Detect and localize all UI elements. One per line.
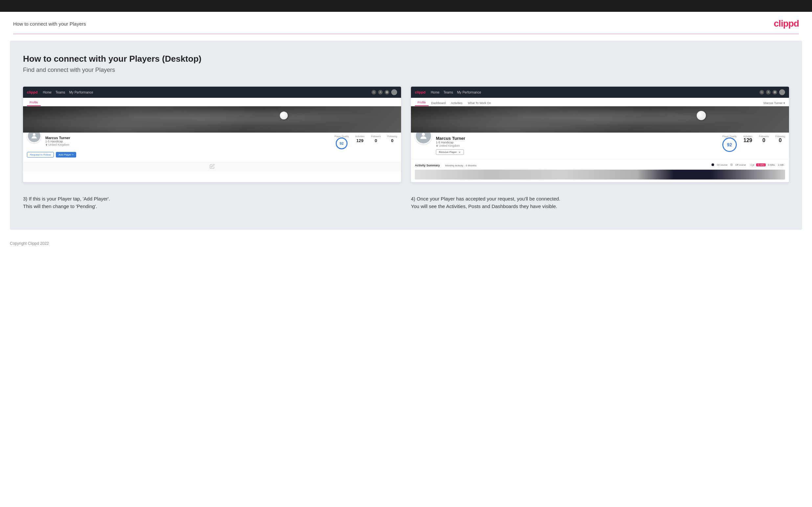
descriptions-row: 3) If this is your Player tap, 'Add Play… bbox=[23, 192, 789, 213]
search-icon-left[interactable] bbox=[371, 90, 376, 95]
content-subtitle: Find and connect with your Players bbox=[23, 67, 789, 73]
remove-x-icon bbox=[458, 151, 461, 154]
app-profile-section-left: Marcus Turner 1-5 Handicap United Kingdo… bbox=[23, 132, 401, 161]
svg-point-0 bbox=[373, 91, 374, 93]
nav-item-teams-right[interactable]: Teams bbox=[444, 91, 453, 94]
quality-label-left: Player Quality bbox=[335, 135, 349, 137]
golf-ball-right bbox=[697, 111, 706, 120]
description-text-left: 3) If this is your Player tap, 'Add Play… bbox=[23, 195, 401, 210]
nav-item-home-right[interactable]: Home bbox=[430, 91, 440, 94]
nav-item-home-left[interactable]: Home bbox=[43, 91, 52, 94]
location-text-left: United Kingdom bbox=[48, 143, 69, 146]
app-nav-logo-right: clippd bbox=[415, 90, 425, 94]
filter-1mth[interactable]: 1 mth bbox=[776, 163, 785, 166]
screenshot-left: clippd Home Teams My Performance bbox=[23, 87, 401, 182]
content-title: How to connect with your Players (Deskto… bbox=[23, 54, 789, 64]
quality-stat-left: Player Quality 92 bbox=[335, 135, 349, 149]
tab-profile-right[interactable]: Profile bbox=[415, 101, 429, 106]
user-dropdown-right[interactable]: Marcus Turner ▾ bbox=[763, 101, 785, 106]
app-nav-left: clippd Home Teams My Performance bbox=[23, 87, 401, 98]
following-label-left: Following bbox=[387, 135, 397, 137]
remove-player-label: Remove Player bbox=[439, 151, 457, 154]
nav-item-performance-left[interactable]: My Performance bbox=[69, 91, 93, 94]
quality-value-left: 92 bbox=[340, 142, 344, 146]
player-location-left: United Kingdom bbox=[45, 143, 331, 146]
clippd-logo: clippd bbox=[774, 18, 799, 29]
followers-label-left: Followers bbox=[371, 135, 381, 137]
followers-value-right: 0 bbox=[762, 137, 765, 143]
app-tabs-right: Profile Dashboard Activities What To Wor… bbox=[411, 98, 789, 106]
quality-circle-right: 92 bbox=[722, 137, 737, 152]
activity-titles: Activity Summary Monthly Activity - 6 Mo… bbox=[415, 162, 476, 168]
filter-1yr[interactable]: 1 yr bbox=[749, 163, 756, 166]
app-tabs-left: Profile bbox=[23, 98, 401, 106]
app-buttons-left: Request to Follow Add Player + bbox=[27, 152, 397, 158]
app-mockup-left: clippd Home Teams My Performance bbox=[23, 87, 401, 171]
avatar-nav-right[interactable] bbox=[779, 89, 785, 95]
svg-line-6 bbox=[762, 93, 763, 94]
search-icon-right[interactable] bbox=[759, 90, 764, 95]
tab-dashboard-right[interactable]: Dashboard bbox=[429, 101, 448, 106]
page-header-title: How to connect with your Players bbox=[13, 21, 86, 26]
profile-info-right: Marcus Turner 1-5 Handicap United Kingdo… bbox=[436, 135, 718, 155]
player-name-right: Marcus Turner bbox=[436, 136, 718, 141]
add-player-button[interactable]: Add Player + bbox=[56, 152, 76, 158]
pencil-icon bbox=[210, 164, 215, 169]
activities-stat-left: Activities 129 bbox=[355, 135, 365, 144]
time-filters: 1 yr 6 mths 3 mths 1 mth bbox=[749, 163, 785, 166]
activity-header-right: Activity Summary Monthly Activity - 6 Mo… bbox=[415, 162, 785, 168]
tab-profile-left[interactable]: Profile bbox=[27, 101, 41, 106]
location-text-right: United Kingdom bbox=[439, 144, 460, 147]
followers-value-left: 0 bbox=[375, 138, 377, 143]
golf-ball-left bbox=[280, 112, 288, 119]
following-value-right: 0 bbox=[779, 137, 782, 143]
following-stat-left: Following 0 bbox=[387, 135, 397, 144]
tab-activities-right[interactable]: Activities bbox=[448, 101, 465, 106]
filter-3mths[interactable]: 3 mths bbox=[766, 163, 776, 166]
globe-icon-left[interactable] bbox=[385, 90, 389, 95]
activity-legend: On course Off course bbox=[711, 163, 746, 166]
followers-label-right: Followers bbox=[759, 135, 769, 137]
activity-chart bbox=[415, 170, 785, 179]
nav-item-teams-left[interactable]: Teams bbox=[55, 91, 65, 94]
activities-label-right: Activities bbox=[743, 135, 753, 137]
player-location-right: United Kingdom bbox=[436, 144, 718, 147]
player-handicap-right: 1-5 Handicap bbox=[436, 141, 718, 144]
page-header: How to connect with your Players clippd bbox=[0, 12, 812, 34]
following-stat-right: Following 0 bbox=[775, 135, 785, 144]
request-follow-button[interactable]: Request to Follow bbox=[27, 152, 54, 158]
svg-point-9 bbox=[422, 133, 425, 136]
activity-subtitle: Monthly Activity - 6 Months bbox=[445, 164, 476, 167]
app-profile-section-right: Marcus Turner 1-5 Handicap United Kingdo… bbox=[411, 132, 789, 159]
user-icon-right[interactable] bbox=[766, 90, 771, 95]
svg-line-1 bbox=[374, 93, 375, 94]
off-course-dot bbox=[730, 163, 733, 166]
filter-6mths[interactable]: 6 mths bbox=[756, 163, 766, 166]
on-course-dot bbox=[711, 163, 714, 166]
avatar-nav-left[interactable] bbox=[391, 89, 397, 95]
main-content: How to connect with your Players (Deskto… bbox=[10, 41, 802, 230]
description-right-line2: You will see the Activities, Posts and D… bbox=[411, 204, 557, 209]
pencil-area-left bbox=[23, 161, 401, 171]
activity-controls: On course Off course 1 yr 6 mths 3 mths … bbox=[711, 163, 785, 166]
nav-item-performance-right[interactable]: My Performance bbox=[457, 91, 481, 94]
svg-point-7 bbox=[768, 91, 769, 92]
app-nav-icons-left bbox=[371, 89, 397, 95]
remove-player-button[interactable]: Remove Player bbox=[436, 149, 464, 155]
activities-stat-right: Activities 129 bbox=[743, 135, 753, 144]
globe-icon-right[interactable] bbox=[773, 90, 777, 95]
followers-stat-left: Followers 0 bbox=[371, 135, 381, 144]
app-nav-items-right: Home Teams My Performance bbox=[430, 91, 759, 94]
description-left-line2: This will then change to 'Pending'. bbox=[23, 204, 97, 209]
user-icon-left[interactable] bbox=[378, 90, 383, 95]
app-hero-right bbox=[411, 106, 789, 132]
app-activity-right: Activity Summary Monthly Activity - 6 Mo… bbox=[411, 159, 789, 182]
activities-value-left: 129 bbox=[356, 138, 364, 143]
on-course-label: On course bbox=[717, 164, 727, 166]
tab-whattoon-right[interactable]: What To Work On bbox=[465, 101, 494, 106]
svg-point-2 bbox=[380, 91, 381, 92]
svg-point-4 bbox=[33, 133, 36, 136]
profile-info-left: Marcus Turner 1-5 Handicap United Kingdo… bbox=[45, 135, 331, 146]
app-mockup-right: clippd Home Teams My Performance bbox=[411, 87, 789, 182]
page-footer: Copyright Clippd 2022 bbox=[0, 236, 812, 251]
